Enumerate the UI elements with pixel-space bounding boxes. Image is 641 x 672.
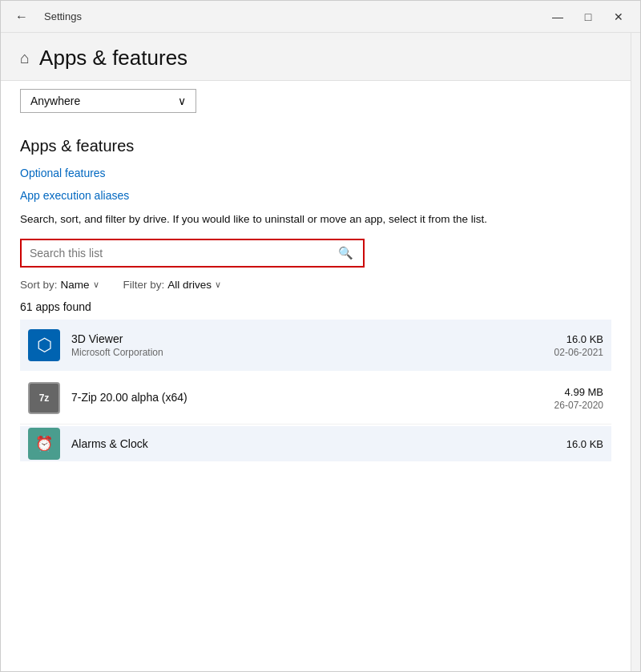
filter-row: Anywhere ∨: [1, 81, 631, 121]
app-size-3d-viewer: 16.0 KB: [554, 333, 603, 345]
sort-label: Sort by:: [20, 279, 58, 291]
anywhere-dropdown[interactable]: Anywhere ∨: [20, 89, 196, 113]
content-area: ⌂ Apps & features Anywhere ∨ Apps & feat…: [1, 33, 640, 671]
apps-count: 61 apps found: [1, 297, 631, 320]
filter-by-control[interactable]: Filter by: All drives ∨: [123, 279, 222, 291]
page-title: Apps & features: [39, 46, 187, 70]
app-list: ⬡ 3D Viewer Microsoft Corporation 16.0 K…: [1, 320, 631, 461]
main-content: ⌂ Apps & features Anywhere ∨ Apps & feat…: [1, 33, 631, 671]
sort-filter-row: Sort by: Name ∨ Filter by: All drives ∨: [1, 268, 631, 297]
app-icon-3d-viewer: ⬡: [28, 329, 60, 361]
app-icon-alarms: ⏰: [28, 428, 60, 460]
title-bar-controls: — □ ✕: [546, 7, 631, 26]
settings-window: ← Settings — □ ✕ ⌂ Apps & features Anywh…: [0, 0, 641, 672]
description-text: Search, sort, and filter by drive. If yo…: [20, 211, 611, 227]
app-info-alarms: Alarms & Clock: [71, 437, 555, 450]
back-button[interactable]: ←: [10, 8, 33, 26]
filter-label: Filter by:: [123, 279, 165, 291]
app-name-3d-viewer: 3D Viewer: [71, 332, 543, 345]
search-box-wrapper: 🔍: [20, 239, 611, 268]
maximize-button[interactable]: □: [576, 7, 600, 26]
scrollbar-track[interactable]: [631, 33, 640, 671]
app-meta-3d-viewer: 16.0 KB 02-06-2021: [554, 333, 603, 358]
app-size-alarms: 16.0 KB: [566, 438, 603, 450]
app-item-7zip[interactable]: 7z 7-Zip 20.00 alpha (x64) 4.99 MB 26-07…: [20, 372, 611, 425]
optional-features-link[interactable]: Optional features: [20, 167, 611, 179]
app-icon-7zip: 7z: [28, 382, 60, 414]
app-meta-alarms: 16.0 KB: [566, 438, 603, 450]
title-bar-left: ← Settings: [10, 8, 82, 26]
app-meta-7zip: 4.99 MB 26-07-2020: [554, 386, 603, 411]
search-input[interactable]: [20, 239, 365, 268]
app-size-7zip: 4.99 MB: [554, 386, 603, 398]
sort-value: Name: [61, 279, 90, 291]
app-info-7zip: 7-Zip 20.00 alpha (x64): [71, 391, 543, 405]
sort-chevron: ∨: [93, 280, 99, 290]
app-name-alarms: Alarms & Clock: [71, 437, 555, 450]
app-info-3d-viewer: 3D Viewer Microsoft Corporation: [71, 332, 543, 358]
section-title: Apps & features: [20, 137, 611, 155]
anywhere-label: Anywhere: [30, 95, 80, 107]
filter-chevron: ∨: [215, 280, 221, 290]
anywhere-chevron: ∨: [178, 95, 186, 107]
sort-by-control[interactable]: Sort by: Name ∨: [20, 279, 99, 291]
app-execution-aliases-link[interactable]: App execution aliases: [20, 189, 611, 202]
close-button[interactable]: ✕: [607, 7, 631, 26]
minimize-button[interactable]: —: [546, 7, 570, 26]
window-title: Settings: [44, 10, 82, 22]
app-name-7zip: 7-Zip 20.00 alpha (x64): [71, 391, 543, 404]
title-bar: ← Settings — □ ✕: [1, 1, 640, 33]
app-item-alarms-partial[interactable]: ⏰ Alarms & Clock 16.0 KB: [20, 426, 611, 461]
app-date-7zip: 26-07-2020: [554, 400, 603, 411]
home-icon: ⌂: [20, 49, 30, 67]
filter-value: All drives: [167, 279, 212, 291]
app-date-3d-viewer: 02-06-2021: [554, 347, 603, 358]
search-icon[interactable]: 🔍: [335, 243, 357, 264]
apps-features-section: Apps & features Optional features App ex…: [1, 121, 631, 227]
app-item-3d-viewer[interactable]: ⬡ 3D Viewer Microsoft Corporation 16.0 K…: [20, 320, 611, 371]
page-header: ⌂ Apps & features: [1, 33, 631, 81]
app-publisher-3d-viewer: Microsoft Corporation: [71, 347, 543, 358]
